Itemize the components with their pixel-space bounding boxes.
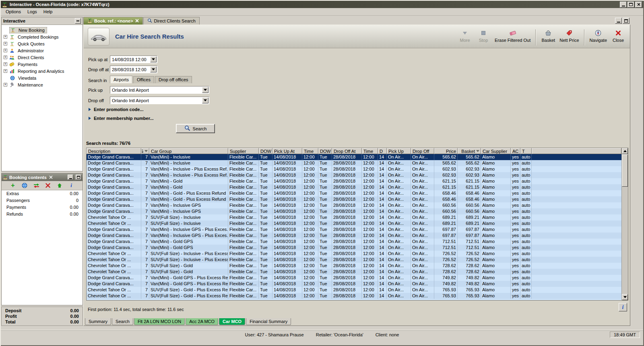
navigate-button[interactable]: Navigate [588, 29, 609, 43]
collapse-panel-button[interactable] [75, 18, 81, 24]
table-row[interactable]: Chevrolet Tahoe Or ...7SUV(Full Size) - … [87, 263, 621, 269]
table-row[interactable]: Chevrolet Tahoe Or ...7SUV(Full Size) - … [87, 214, 621, 220]
expand-icon[interactable]: + [4, 49, 7, 52]
erase-filtered-out-button[interactable]: Erase Filtered Out [493, 29, 533, 43]
tab-flight[interactable]: Flt 2A LON MCO LON [134, 318, 185, 325]
column-header[interactable]: Car Group [149, 148, 228, 154]
column-header[interactable]: DOW [318, 148, 332, 154]
scrollbar-thumb[interactable] [622, 154, 628, 187]
column-header[interactable]: Basket [458, 148, 481, 154]
upload-icon[interactable] [56, 182, 63, 189]
panel-minimize-button[interactable] [68, 175, 73, 180]
table-row[interactable]: Dodge Grand Carava...7Van(Mini) - Inclus… [87, 233, 621, 239]
mdi-minimize-button[interactable] [615, 18, 622, 24]
column-header[interactable]: AC [511, 148, 520, 154]
table-row[interactable]: Dodge Grand Carava...7Van(Mini) - Inclus… [87, 166, 621, 172]
table-row[interactable]: Dodge Grand Carava...7Van(Mini) - Gold G… [87, 239, 621, 245]
table-row[interactable]: Dodge Grand Carava...7Van(Mini) - Gold G… [87, 245, 621, 251]
table-row[interactable]: Dodge Grand Carava...7Van(Mini) - GoldFl… [87, 178, 621, 184]
stop-button[interactable]: Stop [474, 29, 493, 43]
mdi-restore-button[interactable] [623, 18, 630, 24]
tab-search[interactable]: Search [112, 318, 133, 325]
list-item[interactable]: Payments 0.00 [2, 204, 83, 211]
window-close-button[interactable] [635, 2, 642, 8]
table-row[interactable]: Dodge Grand Carava...7Van(Mini) - Gold -… [87, 196, 621, 202]
table-row[interactable]: Dodge Grand Carava...7Van(Mini) - Inclus… [87, 208, 621, 214]
column-header[interactable]: Supplier [228, 148, 259, 154]
tab-drop-off-offices[interactable]: Drop off offices [155, 76, 192, 83]
expand-icon[interactable]: + [4, 69, 7, 73]
table-row[interactable]: Chevrolet Tahoe Or ...7SUV(Full Size) - … [87, 269, 621, 275]
sidebar-item-reporting-analytics[interactable]: + Reporting and Analytics [2, 68, 83, 74]
table-row[interactable]: Chevrolet Tahoe Or ...7SUV(Full Size) - … [87, 287, 621, 293]
tab-booking-ref[interactable]: Book. ref.: <none> [83, 17, 143, 25]
column-header[interactable]: D [378, 148, 387, 154]
info-icon[interactable]: i [68, 182, 74, 189]
sidebar-item-new-booking[interactable]: New Booking [2, 27, 83, 33]
sidebar-item-viewdata[interactable]: Viewdata [2, 74, 83, 81]
delete-icon[interactable] [45, 182, 51, 189]
sidebar-item-maintenance[interactable]: + Maintenance [2, 81, 83, 88]
column-header[interactable]: DOW [259, 148, 272, 154]
panel-restore-button[interactable] [76, 175, 81, 180]
expand-icon[interactable]: + [4, 35, 7, 39]
scroll-down-button[interactable] [622, 294, 628, 300]
expand-icon[interactable]: + [4, 83, 7, 86]
column-header[interactable]: S [141, 148, 149, 154]
sidebar-item-completed-bookings[interactable]: + Completed Bookings [2, 33, 83, 40]
tab-offices[interactable]: Offices [133, 76, 154, 83]
menu-logs[interactable]: Logs [24, 8, 40, 15]
expand-icon[interactable]: + [4, 56, 7, 59]
promotion-code-expander[interactable]: Enter promotion code... [89, 107, 143, 112]
table-row[interactable]: Dodge Grand Carava...7Van(Mini) - Inclus… [87, 172, 621, 178]
table-row[interactable]: Chevrolet Tahoe Or ...7SUV(Full Size) - … [87, 220, 621, 227]
column-header[interactable]: Pick Up At [272, 148, 302, 154]
column-header[interactable]: T [520, 148, 532, 154]
expand-icon[interactable]: + [4, 42, 7, 45]
column-header[interactable]: Drop Off At [332, 148, 362, 154]
table-row[interactable]: Dodge Grand Carava...7Van(Mini) - Gold -… [87, 190, 621, 196]
sidebar-item-direct-clients[interactable]: + Direct Clients [2, 54, 83, 61]
table-row[interactable]: Dodge Grand Carava...7Van(Mini) - Inclus… [87, 202, 621, 208]
chevron-down-icon[interactable] [150, 56, 157, 62]
menu-options[interactable]: Options [2, 8, 24, 15]
transfer-icon[interactable] [33, 182, 39, 189]
nett-price-button[interactable]: Nett Price [557, 29, 581, 43]
basket-button[interactable]: Basket [539, 29, 557, 43]
sidebar-item-payments[interactable]: + Payments [2, 61, 83, 68]
table-row[interactable]: Dodge Grand Carava...7Van(Mini) - Inclus… [87, 154, 621, 160]
dropoff-at-field[interactable]: 28/08/2018 12:00 [110, 66, 157, 73]
close-icon[interactable] [48, 175, 54, 180]
scroll-up-button[interactable] [622, 148, 628, 154]
close-tab-icon[interactable] [135, 19, 139, 23]
sidebar-item-administrator[interactable]: + Administrator [2, 47, 83, 54]
search-button[interactable]: Search [176, 124, 215, 133]
column-header[interactable]: Description [87, 148, 141, 154]
add-icon[interactable]: + [10, 182, 16, 189]
tab-summary[interactable]: Summary [85, 318, 111, 325]
window-minimize-button[interactable] [620, 2, 627, 8]
vertical-scrollbar[interactable] [621, 148, 628, 300]
chevron-down-icon[interactable] [202, 87, 208, 93]
info-button[interactable]: i [619, 303, 627, 311]
table-row[interactable]: Dodge Grand Carava...7Van(Mini) - Inclus… [87, 227, 621, 233]
more-button[interactable]: More [456, 29, 474, 43]
pickup-combo[interactable]: Orlando Intl Airport [110, 86, 209, 94]
column-header[interactable]: Price [434, 148, 458, 154]
tab-airports[interactable]: Airports [110, 76, 132, 83]
table-row[interactable]: Dodge Grand Carava...7Van(Mini) - Gold G… [87, 275, 621, 281]
table-row[interactable]: Chevrolet Tahoe Or ...7SUV(Full Size) - … [87, 251, 621, 257]
window-maximize-button[interactable] [627, 2, 634, 8]
table-row[interactable]: Dodge Grand Carava...7Van(Mini) - GoldFl… [87, 184, 621, 190]
membership-number-expander[interactable]: Enter membership number... [89, 116, 154, 121]
table-row[interactable]: Chevrolet Tahoe Or ...7SUV(Full Size) - … [87, 293, 621, 299]
column-header[interactable]: Car Supplier [481, 148, 511, 154]
dropoff-combo[interactable]: Orlando Intl Airport [110, 97, 209, 104]
tab-car[interactable]: Car MCO [219, 318, 245, 325]
column-header[interactable]: Pick Up [387, 148, 411, 154]
world-icon[interactable] [21, 182, 28, 189]
list-item[interactable]: Passengers 0 [2, 197, 83, 204]
menu-help[interactable]: Help [40, 8, 56, 15]
column-header[interactable]: Drop Off [411, 148, 434, 154]
column-header[interactable]: Time [302, 148, 318, 154]
